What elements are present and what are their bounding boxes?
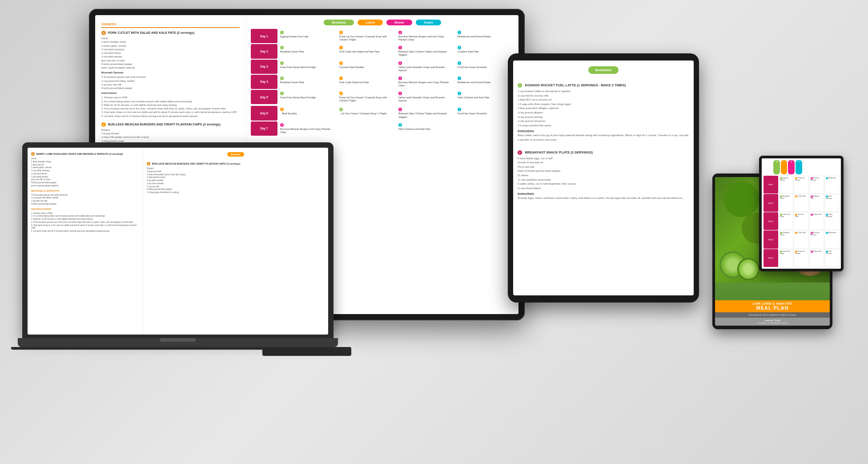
- monitor-day1-snack: 1 Blueberries and Almond Butter: [456, 29, 514, 43]
- tablet-recipe1-name: EGGNOG ROCKET FUEL LATTE (1 servings - m…: [525, 83, 626, 87]
- monitor-day5-breakfast-num: 1: [280, 92, 284, 95]
- monitor-day4-breakfast-text: Breakfast Snack Plate: [280, 81, 335, 84]
- monitor-extra2-text: Bun-less Mexican Burgers and Crispy Plan…: [280, 128, 335, 134]
- laptop-frame: 1 HERBY LAMB SHOULDER CHOPS AND BRUSSELS…: [22, 142, 334, 338]
- laptop-recipe1-num: 1: [31, 152, 35, 156]
- kindle-day5-d-num: 2: [811, 250, 813, 253]
- monitor-day3-breakfast-num: 1: [280, 61, 284, 65]
- laptop-base-bottom: [11, 347, 345, 350]
- kindle-day3-d-num: 2: [811, 214, 813, 216]
- monitor-extra-day1-b: 2 ...Beef Noodles: [278, 106, 337, 120]
- monitor-day3-breakfast-text: Grain-Free Hemp Heart Porridge: [280, 66, 335, 69]
- kindle-day3-s-num: 1: [826, 214, 828, 216]
- monitor-day5-lunch: 2 Pump Up Your Greens 'Creamed Soup' wit…: [338, 90, 396, 104]
- kindle-day5-s: 2 Herb Crackers: [824, 249, 839, 267]
- kindle-day1-d: 2 Bun-less Mexican: [809, 176, 824, 194]
- tablet-recipe2-instructions-title: Instructions: [518, 192, 689, 195]
- monitor-extra-num4: 1: [458, 108, 461, 111]
- monitor-extra-day2: Day 7: [251, 121, 277, 136]
- monitor-day1-lunch-num: 2: [339, 31, 343, 34]
- monitor-extra-num3: 1: [398, 108, 402, 111]
- monitor-day2-lunch-text: Pork Cutlet with Salad and Kale Pate: [339, 50, 394, 53]
- monitor-day1-dinner-text: Bun-less Mexican Burgers and and Crispy …: [398, 35, 453, 41]
- monitor-extra-grid: Day 6 2 ...Beef Noodles 2 ...Up Your Gre…: [251, 106, 514, 136]
- kindle-day3-s: 1 Green Smoothie: [824, 212, 839, 230]
- kindle-day4-s: 1 Blueberries: [824, 230, 839, 248]
- kindle-day2-s: 2 Herb Crackers: [824, 194, 839, 212]
- laptop-recipe2-ingredients: Burgers 1 lb ground beef ¼ tbsp chili po…: [147, 167, 325, 194]
- monitor-day1-lunch: 2 Pump Up Your Greens 'Creamed Soup' wit…: [338, 29, 396, 43]
- kindle-day5-l: 2 Pump Up Greens: [794, 249, 808, 267]
- monitor-recipe-1-instructions-title: Instructions: [101, 92, 240, 94]
- kindle-day4-s-num: 1: [826, 232, 828, 234]
- kindle-day4-d: 2 Bun-less Mexican: [809, 230, 824, 248]
- monitor-extra-day1-d: 1 Balsamic Dijon Chicken Thighs and Roas…: [397, 106, 455, 120]
- monitor-recipe-1-brussels-title: Brussels Sprouts: [101, 71, 240, 74]
- monitor-day3-lunch-num: 2: [339, 61, 343, 65]
- kindle-day4-l: 1 Pork Cutlet: [794, 230, 808, 248]
- monitor-recipe-2-num: 2: [101, 122, 106, 127]
- kindle-day2-l: 1 Pork Cutlet: [794, 194, 808, 212]
- kindle-day5-l-num: 2: [795, 250, 797, 253]
- monitor-day1-snack-num: 1: [458, 31, 461, 34]
- monitor-day-5-label: Day 5: [251, 90, 277, 104]
- tablet-recipe2-name: BREAKFAST SNACK PLATE (3 servings): [525, 150, 593, 154]
- monitor-extra2-num: 2: [280, 123, 284, 127]
- tablet-recipe1-instructions-title: Instructions: [518, 129, 689, 133]
- monitor-recipe-2-name: BUN-LESS MEXICAN BURGERS AND CRISPY PLAN…: [108, 123, 221, 126]
- monitor-day4-dinner-text: Bun-less Mexican Burgers and Crispy Plan…: [398, 81, 453, 87]
- monitor-day2-snack-num: 2: [458, 46, 461, 49]
- monitor-recipe-1-name: PORK CUTLET WITH SALAD AND KALE PATE (2 …: [108, 31, 194, 34]
- kindle-day2-s-num: 2: [826, 195, 828, 198]
- monitor-day5-snack: 2 Herb Crackers and Kale Pate: [456, 90, 514, 104]
- kindle-day5-b-num: 1: [780, 250, 782, 253]
- monitor-header-snack: Snack: [416, 20, 441, 25]
- tablet-recipe1: 1 EGGNOG ROCKET FUEL LATTE (1 servings -…: [518, 80, 689, 144]
- scene: Dinners 1 PORK CUTLET WITH SALAD AND KAL…: [0, 0, 868, 464]
- kindle-screen: B L D S Day 1 1 Eggnog Rocket 2 Pump Up …: [762, 158, 841, 269]
- kindle-day5-s-num: 2: [826, 250, 828, 253]
- monitor-day3-dinner-text: Herby Lamb Shoulder Chops and Brussels S…: [398, 66, 453, 72]
- monitor-header-lunch: Lunch: [358, 20, 383, 25]
- monitor-extra-num: 2: [280, 108, 284, 111]
- monitor-day1-breakfast: 1 Eggnog Rocket Fuel Latte: [278, 29, 337, 43]
- monitor-header-dinner: Dinner: [386, 20, 412, 25]
- monitor-day1-lunch-text: Pump Up Your Greens 'Creamed Soup' with …: [339, 35, 394, 41]
- monitor-recipe-1-num: 1: [101, 31, 106, 35]
- kindle-day4-l-num: 1: [795, 232, 797, 234]
- tablet-recipe1-instructions-text: Brew coffee, add to the jug of your high…: [518, 133, 689, 142]
- kindle-day2-label: Day 2: [764, 194, 778, 212]
- monitor-header-breakfast: Breakfast: [324, 20, 354, 25]
- monitor-day5-snack-text: Herb Crackers and Kale Pate: [458, 96, 512, 99]
- kindle-day3-b: 1 Grain-Free Hemp: [779, 212, 793, 230]
- laptop-screen: 1 HERBY LAMB SHOULDER CHOPS AND BRUSSELS…: [28, 148, 328, 335]
- monitor-day4-lunch-text: Pork Cutlet Salad and Pate: [339, 81, 394, 84]
- monitor-day3-dinner: 2 Herby Lamb Shoulder Chops and Brussels…: [397, 60, 455, 74]
- kindle-day1-l: 2 Pump Up Greens: [794, 176, 808, 194]
- monitor-extra-day2-l: [338, 121, 396, 136]
- monitor-extra-day2-b: 2 Bun-less Mexican Burgers and Crispy Pl…: [278, 121, 337, 136]
- kindle-day2-d-num: 1: [811, 195, 813, 198]
- monitor-recipe-1-ingredients: Lamb: 2 lamb shoulder chops 2 cloves gar…: [101, 36, 240, 69]
- tablet-screen: Breakfast 1 EGGNOG ROCKET FUEL LATTE (1 …: [513, 61, 694, 295]
- kindle-day4-label: Day 4: [764, 230, 778, 248]
- monitor-recipe-1: 1 PORK CUTLET WITH SALAD AND KALE PATE (…: [101, 31, 240, 118]
- monitor-extra-day1-s: 1 Fruit-Free Green Smoothie: [456, 106, 514, 120]
- tablet-recipe2-instructions-text: Arrange eggs, olives, sunflower seed but…: [518, 196, 689, 201]
- laptop-recipe2-name: BUN-LESS MEXICAN BURGERS AND CRISPY PLAN…: [152, 162, 240, 165]
- monitor-day3-lunch-text: Turmeric Beef Noodles: [339, 66, 394, 69]
- laptop: 1 HERBY LAMB SHOULDER CHOPS AND BRUSSELS…: [22, 142, 334, 374]
- monitor-day1-breakfast-num: 1: [280, 31, 284, 34]
- monitor-day2-dinner: 1 Balsamic Dijon Chicken Thighs and Roas…: [397, 44, 455, 58]
- tablet-frame: Breakfast 1 EGGNOG ROCKET FUEL LATTE (1 …: [508, 53, 699, 303]
- monitor-extra-text3: Balsamic Dijon Chicken Thighs and Roaste…: [398, 112, 453, 118]
- monitor-day2-dinner-text: Balsamic Dijon Chicken Thighs and Roaste…: [398, 50, 453, 56]
- kindle-day2-l-num: 1: [795, 195, 797, 198]
- kindle-day4-d-num: 2: [811, 232, 813, 234]
- kindle-day4-b: 2 Breakfast Snack: [779, 230, 793, 248]
- monitor-day2-snack-text: Crackers Kale Pate: [458, 50, 512, 53]
- monitor-day4-breakfast: 2 Breakfast Snack Plate: [278, 75, 337, 89]
- kindle-day3-l: 2 Turmeric Beef: [794, 212, 808, 230]
- kindle-pill-snack: S: [796, 160, 802, 174]
- kindle-day1-label: Day 1: [764, 176, 778, 194]
